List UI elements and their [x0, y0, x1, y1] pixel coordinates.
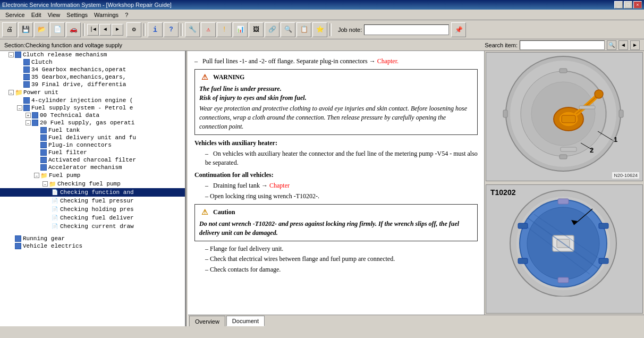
link-btn[interactable]: 🔗: [265, 22, 279, 37]
vehicles-header: Vehicles with auxiliary heater:: [194, 139, 478, 147]
settings-btn[interactable]: 🔧: [185, 22, 200, 37]
doc-icon: 📄: [51, 206, 58, 213]
tree-item-checking-function[interactable]: 📄 Checking function and: [0, 188, 185, 197]
warning-title: WARNING: [213, 73, 244, 81]
tree-item-35[interactable]: 35 Gearbox,mechanics,gears,: [0, 73, 185, 81]
svg-rect-5: [560, 155, 567, 159]
tree-item-fuel-delivery[interactable]: Fuel delivery unit and fu: [0, 134, 185, 141]
menu-bar: Service Edit View Settings Warnings ?: [0, 10, 644, 20]
warning-text-1: The fuel line is under pressure. Risk of…: [199, 84, 473, 131]
tree-item-checking-holding[interactable]: 📄 Checking holding pres: [0, 205, 185, 214]
search-input[interactable]: [520, 40, 605, 50]
tree-item-00[interactable]: + 00 Technical data: [0, 112, 185, 119]
car-button[interactable]: 🚗: [66, 22, 81, 37]
chapter-link-2[interactable]: Chapter: [269, 182, 290, 189]
nav-first[interactable]: |◄: [87, 24, 99, 36]
open-button[interactable]: 📂: [34, 22, 49, 37]
tool-btn4[interactable]: ⭐: [312, 22, 327, 37]
nav-next[interactable]: ►: [112, 24, 123, 36]
save-button[interactable]: 💾: [18, 22, 33, 37]
tree-item-checking-fuel-pump[interactable]: – 📁 Checking fuel pump: [0, 180, 185, 188]
img-btn[interactable]: 🖼: [249, 22, 264, 37]
tree-item-34[interactable]: 34 Gearbox mechanics,operat: [0, 66, 185, 73]
tree-item-plug-in[interactable]: Plug-in connectors: [0, 141, 185, 149]
page-button[interactable]: 📄: [50, 22, 65, 37]
menu-warnings[interactable]: Warnings: [91, 11, 122, 19]
search-btn-3[interactable]: ►: [630, 40, 640, 50]
tree-item-fuel-supply[interactable]: – Fuel supply system - Petrol e: [0, 104, 185, 112]
tree-item-vehicle-electrics[interactable]: Vehicle electrics: [0, 242, 185, 250]
job-note-label: Job note:: [338, 27, 362, 33]
tree-item-accelerator[interactable]: Accelerator mechanism: [0, 164, 185, 171]
tool-btn2[interactable]: 🔍: [281, 22, 295, 37]
warning-line-2: Risk of injury to eyes and skin from fue…: [199, 94, 307, 102]
excl-btn[interactable]: !: [217, 22, 232, 37]
cube-icon: [32, 112, 38, 119]
job-note-area: Job note: 📌: [338, 22, 466, 37]
expand-icon[interactable]: –: [9, 90, 14, 95]
caution-text: Do not cant wrench -T10202- and press ag…: [199, 219, 473, 238]
warn-btn[interactable]: ⚠: [201, 22, 216, 37]
search-area: Search item: 🔍 ◄ ►: [485, 40, 640, 50]
tree-item-39[interactable]: 39 Final drive, differentia: [0, 81, 185, 88]
sep2: [143, 23, 146, 36]
folder-icon: 📁: [49, 180, 56, 188]
cube-icon: [40, 149, 47, 156]
menu-service[interactable]: Service: [2, 11, 28, 19]
job-note-btn[interactable]: 📌: [451, 22, 466, 37]
print-button[interactable]: 🖨: [2, 22, 17, 37]
tool-btn3[interactable]: 📋: [296, 22, 311, 37]
svg-point-11: [595, 90, 603, 98]
minimize-button[interactable]: _: [614, 1, 623, 9]
caution-header: ⚠ Caution: [199, 208, 473, 217]
tree-item-power-unit[interactable]: – 📁 Power unit: [0, 88, 185, 97]
tree-item-20[interactable]: – 20 Fuel supply, gas operati: [0, 119, 185, 126]
tree-item-checking-pressure[interactable]: 📄 Checking fuel pressur: [0, 197, 185, 205]
tree-item-clutch[interactable]: Clutch: [0, 58, 185, 66]
help-button[interactable]: ?: [164, 22, 179, 37]
final-line-3: – Check contacts for damage.: [205, 265, 478, 274]
tree-panel: – Clutch release mechanism Clutch 34 Gea…: [0, 51, 186, 326]
expand-icon[interactable]: –: [9, 52, 14, 57]
tree-item-checking-current[interactable]: 📄 Checking current draw: [0, 222, 185, 231]
nav-prev[interactable]: ◄: [99, 24, 111, 36]
tree-item-4cyl[interactable]: 4-cylinder injection engine (: [0, 97, 185, 104]
menu-view[interactable]: View: [45, 11, 64, 19]
tree-item-activated-charcoal[interactable]: Activated charcoal filter: [0, 156, 185, 164]
tree-item-fuel-pump[interactable]: – 📁 Fuel pump: [0, 171, 185, 180]
tree-item-checking-deliver[interactable]: 📄 Checking fuel deliver: [0, 214, 185, 222]
expand-icon[interactable]: –: [34, 173, 39, 178]
search-btn-1[interactable]: 🔍: [607, 40, 616, 50]
menu-edit[interactable]: Edit: [28, 11, 45, 19]
chart-btn[interactable]: 📊: [233, 22, 248, 37]
tree-item-clutch-release[interactable]: – Clutch release mechanism: [0, 51, 185, 58]
menu-settings[interactable]: Settings: [63, 11, 91, 19]
search-btn-2[interactable]: ◄: [618, 40, 628, 50]
tree-item-fuel-filter[interactable]: Fuel filter: [0, 149, 185, 156]
cube-icon: [40, 142, 47, 148]
expand-icon[interactable]: –: [17, 105, 22, 111]
tree-item-running-gear[interactable]: Running gear: [0, 235, 185, 242]
tree-label: Clutch release mechanism: [23, 52, 107, 58]
tree-label: Fuel pump: [49, 172, 80, 179]
expand-icon[interactable]: +: [26, 113, 31, 118]
expand-icon[interactable]: –: [43, 181, 48, 187]
svg-text:1: 1: [614, 136, 617, 143]
expand-icon[interactable]: –: [26, 120, 31, 125]
close-button[interactable]: ×: [633, 1, 642, 9]
nav-arrows: |◄ ◄ ►: [87, 24, 123, 36]
svg-rect-27: [518, 223, 528, 229]
tab-document[interactable]: Document: [226, 316, 265, 326]
title-bar-buttons: _ □ ×: [614, 1, 642, 9]
cube-icon: [32, 120, 38, 126]
section-header: Section:Checking function and voltage su…: [0, 39, 644, 51]
tab-overview[interactable]: Overview: [189, 316, 225, 326]
tool-btn1[interactable]: ⚙: [126, 22, 141, 37]
info-button[interactable]: i: [148, 22, 163, 37]
maximize-button[interactable]: □: [624, 1, 632, 9]
chapter-link-1[interactable]: Chapter.: [377, 57, 399, 65]
cont-line-1: – Draining fuel tank → Chapter: [205, 181, 478, 190]
tree-item-fuel-tank[interactable]: Fuel tank: [0, 126, 185, 134]
job-note-input[interactable]: [364, 24, 449, 35]
menu-help[interactable]: ?: [122, 11, 131, 19]
